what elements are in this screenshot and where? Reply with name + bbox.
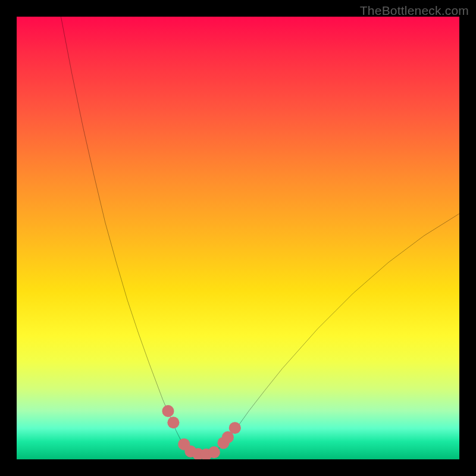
chart-plot-area xyxy=(17,17,459,459)
marker-dot-1 xyxy=(167,416,179,428)
series-right-arm xyxy=(220,214,459,447)
marker-dot-9 xyxy=(229,422,241,434)
chart-marker-group xyxy=(162,405,240,459)
outer-frame: TheBottleneck.com xyxy=(0,0,476,476)
chart-svg xyxy=(17,17,459,459)
series-left-arm xyxy=(61,17,184,447)
chart-series-group xyxy=(61,17,459,455)
marker-dot-0 xyxy=(162,405,174,417)
marker-dot-6 xyxy=(208,446,220,458)
watermark-label: TheBottleneck.com xyxy=(360,4,469,18)
